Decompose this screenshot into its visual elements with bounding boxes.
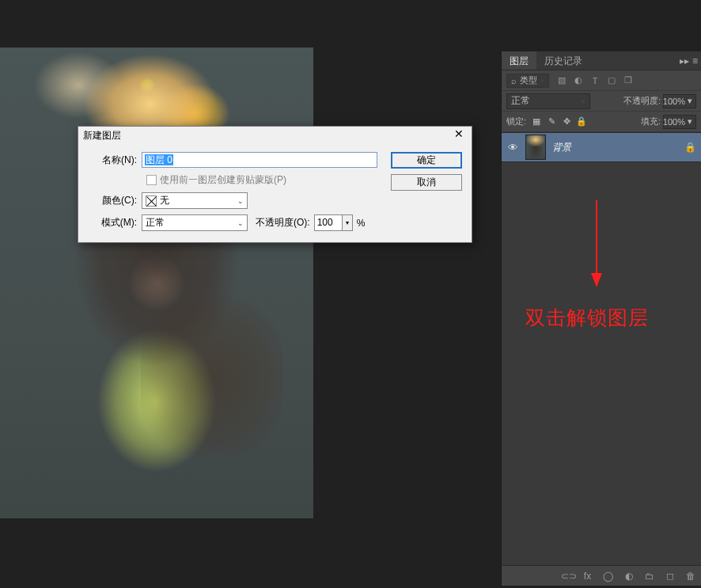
search-icon: ⌕ [511, 76, 517, 85]
mode-value: 正常 [146, 216, 165, 230]
color-label: 颜色(C): [86, 194, 142, 207]
fx-icon[interactable]: fx [582, 571, 593, 582]
chevron-down-icon: ⌄ [237, 219, 244, 227]
panel-tabs: 图层 历史记录 ▸▸ ≡ [502, 51, 701, 70]
fill-label: 填充: [641, 116, 661, 127]
layer-name-input[interactable]: 图层 0 [142, 152, 377, 168]
new-layer-dialog: 新建图层 ✕ 名称(N): 图层 0 使用前一图层创建剪贴蒙版(P) 颜色(C)… [78, 126, 472, 243]
opacity-label: 不透明度(O): [256, 216, 310, 230]
lock-row: 锁定: ▦ ✎ ✥ 🔒 填充: 100% ▾ [502, 112, 701, 132]
filter-adjust-icon[interactable]: ◐ [573, 75, 584, 86]
mode-label: 模式(M): [86, 216, 142, 230]
filter-kind-label: 类型 [520, 74, 537, 86]
mask-icon[interactable]: ◯ [602, 571, 614, 582]
panel-footer: ⊂⊃ fx ◯ ◐ 🗀 ◻ 🗑 [502, 565, 701, 586]
blend-mode-select[interactable]: 正常 ⌄ [142, 214, 248, 231]
dialog-titlebar[interactable]: 新建图层 ✕ [78, 127, 472, 144]
none-swatch-icon [146, 195, 157, 207]
tab-history[interactable]: 历史记录 [536, 51, 590, 70]
lock-position-icon[interactable]: ✥ [561, 116, 572, 127]
lock-label: 锁定: [506, 116, 526, 127]
filter-type-icon[interactable]: T [589, 75, 601, 86]
link-layers-icon[interactable]: ⊂⊃ [561, 571, 573, 582]
ok-button[interactable]: 确定 [391, 152, 462, 169]
opacity-value: 100 [317, 217, 333, 228]
blend-mode-value: 正常 [511, 94, 530, 108]
chevron-down-icon: ▾ [688, 96, 692, 106]
blend-row: 正常 ▾ 不透明度: 100% ▾ [502, 91, 701, 112]
filter-pixel-icon[interactable]: ▧ [556, 75, 567, 86]
layer-name-value: 图层 0 [145, 154, 173, 165]
layer-name-label[interactable]: 背景 [552, 141, 571, 154]
opacity-stepper[interactable]: ▾ [343, 214, 353, 231]
tab-layers[interactable]: 图层 [502, 51, 536, 70]
document-image [0, 47, 313, 518]
name-label: 名称(N): [86, 154, 142, 167]
filter-kind-select[interactable]: ⌕ 类型 ▾ [506, 74, 549, 88]
dialog-title-text: 新建图层 [83, 129, 121, 142]
percent-label: % [357, 218, 366, 229]
layers-panel: 图层 历史记录 ▸▸ ≡ ⌕ 类型 ▾ ▧ ◐ T ▢ ❐ 正常 ▾ 不透明度:… [501, 51, 701, 586]
chevron-down-icon: ⌄ [237, 197, 244, 205]
filter-row: ⌕ 类型 ▾ ▧ ◐ T ▢ ❐ [502, 70, 701, 91]
opacity-input[interactable]: 100 [314, 214, 343, 231]
visibility-eye-icon[interactable]: 👁 [506, 142, 519, 154]
layer-row-background[interactable]: 👁 背景 🔒 [502, 132, 701, 162]
color-value: 无 [160, 194, 169, 207]
lock-all-icon[interactable]: 🔒 [576, 116, 587, 127]
collapse-icon[interactable]: ▸▸ [680, 55, 689, 66]
close-icon[interactable]: ✕ [451, 128, 467, 142]
fill-value: 100% [663, 117, 685, 127]
lock-pixels-icon[interactable]: ▦ [531, 116, 542, 127]
adjustment-icon[interactable]: ◐ [623, 571, 635, 582]
canvas-area[interactable] [0, 47, 313, 518]
chevron-down-icon: ▾ [582, 97, 585, 105]
blend-mode-select[interactable]: 正常 ▾ [506, 93, 590, 109]
lock-brush-icon[interactable]: ✎ [546, 116, 557, 127]
layer-thumbnail[interactable] [525, 135, 546, 160]
panel-opacity-value: 100% [663, 97, 685, 106]
panel-opacity-input[interactable]: 100% ▾ [663, 94, 696, 108]
delete-icon[interactable]: 🗑 [684, 571, 696, 582]
filter-smart-icon[interactable]: ❐ [623, 75, 634, 86]
filter-shape-icon[interactable]: ▢ [606, 75, 617, 86]
lock-icon[interactable]: 🔒 [684, 142, 696, 153]
annotation-text: 双击解锁图层 [525, 305, 649, 331]
chevron-down-icon: ▾ [346, 219, 349, 226]
panel-opacity-label: 不透明度: [623, 95, 661, 107]
new-layer-icon[interactable]: ◻ [664, 571, 676, 582]
layer-list-empty[interactable]: 双击解锁图层 [502, 162, 701, 565]
fill-input[interactable]: 100% ▾ [663, 115, 696, 129]
svg-marker-1 [591, 273, 602, 287]
chevron-down-icon: ▾ [688, 116, 692, 127]
clipping-mask-checkbox[interactable] [146, 175, 157, 185]
chevron-down-icon: ▾ [540, 77, 544, 85]
cancel-button[interactable]: 取消 [391, 174, 462, 191]
group-icon[interactable]: 🗀 [643, 571, 655, 582]
clipping-mask-label: 使用前一图层创建剪贴蒙版(P) [160, 173, 286, 187]
annotation-arrow [591, 200, 593, 279]
menu-icon[interactable]: ≡ [692, 55, 698, 66]
color-select[interactable]: 无 ⌄ [142, 192, 248, 209]
